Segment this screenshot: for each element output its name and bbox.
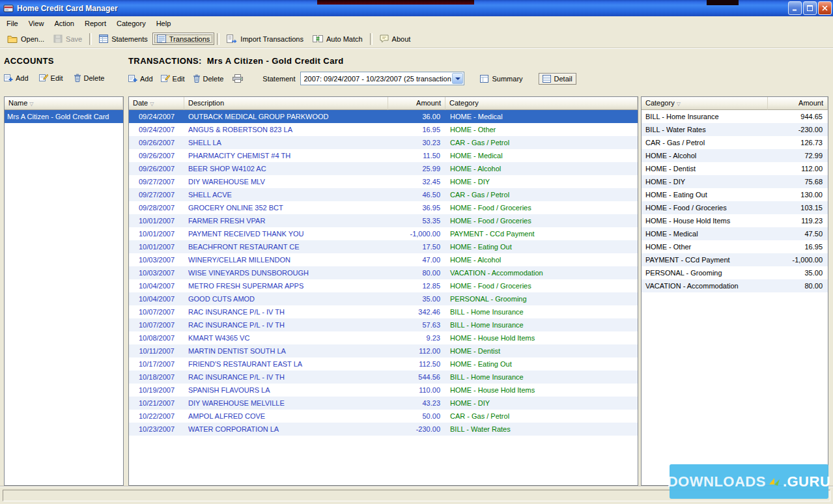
category-summary-row[interactable]: HOME - Alcohol 72.99 [642, 149, 828, 162]
delete-trash-icon [193, 74, 201, 83]
accounts-edit-button[interactable]: Edit [39, 74, 63, 82]
detail-icon [543, 75, 551, 83]
minimize-button[interactable] [788, 1, 802, 15]
window-title: Home Credit Card Manager [17, 4, 118, 13]
background-artifact [707, 0, 739, 5]
transaction-row[interactable]: 10/04/2007 METRO FRESH SUPERMAR APPS 12.… [129, 279, 638, 292]
transaction-row[interactable]: 09/26/2007 SHELL LA 30.23 CAR - Gas / Pe… [129, 136, 638, 149]
transaction-row[interactable]: 10/23/2007 WATER CORPORATION LA -230.00 … [129, 423, 638, 436]
accounts-title: ACCOUNTS [4, 56, 124, 66]
category-summary-row[interactable]: HOME - DIY 75.68 [642, 175, 828, 188]
transaction-row[interactable]: 09/27/2007 SHELL ACVE 46.50 CAR - Gas / … [129, 188, 638, 201]
maximize-button[interactable] [803, 1, 817, 15]
transaction-row[interactable]: 10/01/2007 FARMER FRESH VPAR 53.35 HOME … [129, 214, 638, 227]
toolbar-separator [370, 33, 373, 45]
transaction-row[interactable]: 10/07/2007 RAC INSURANCE P/L - IV TH 57.… [129, 318, 638, 331]
transaction-row[interactable]: 09/28/2007 GROCERY ONLINE 352 BCT 36.95 … [129, 201, 638, 214]
transaction-add-button[interactable]: Add [128, 74, 153, 83]
transaction-row[interactable]: 10/01/2007 PAYMENT RECEIVED THANK YOU -1… [129, 227, 638, 240]
transaction-row[interactable]: 09/24/2007 ANGUS & ROBERTSON 823 LA 16.9… [129, 123, 638, 136]
category-summary-rows: BILL - Home Insurance 944.65 BILL - Wate… [642, 110, 828, 485]
menu-item[interactable]: Report [79, 18, 111, 29]
downloads-guru-logo-icon [768, 476, 781, 488]
sort-indicator-icon: ▽ [150, 101, 154, 107]
transaction-row[interactable]: 10/21/2007 DIY WAREHOUSE MELVILLE 43.23 … [129, 397, 638, 410]
column-header-name[interactable]: Name▽ [5, 97, 123, 110]
statement-dropdown-value: 2007: 09/24/2007 - 10/23/2007 (25 transa… [301, 75, 451, 83]
column-header-category[interactable]: Category▽ [642, 97, 768, 110]
transaction-row[interactable]: 10/17/2007 FRIEND'S RESTAURANT EAST LA 1… [129, 357, 638, 371]
transaction-row[interactable]: 10/04/2007 GOOD CUTS AMOD 35.00 PERSONAL… [129, 292, 638, 305]
transaction-row[interactable]: 10/03/2007 WISE VINEYARDS DUNSBOROUGH 80… [129, 266, 638, 279]
transactions-table: Date▽ Description Amount Category 09/24/… [128, 96, 638, 486]
transaction-delete-button[interactable]: Delete [193, 74, 224, 83]
transaction-row[interactable]: 10/01/2007 BEACHFRONT RESTAURANT CE 17.5… [129, 240, 638, 253]
account-row[interactable]: Mrs A Citizen - Gold Credit Card [5, 110, 123, 123]
print-button[interactable] [233, 74, 243, 83]
transaction-row[interactable]: 09/26/2007 PHARMACITY CHEMIST #4 TH 11.5… [129, 149, 638, 162]
downloads-guru-watermark[interactable]: DOWNLOADS .GURU [670, 464, 828, 499]
transaction-row[interactable]: 10/18/2007 RAC INSURANCE P/L - IV TH 544… [129, 371, 638, 384]
close-button[interactable] [818, 1, 832, 15]
transactions-rows: 09/24/2007 OUTBACK MEDICAL GROUP PARKWOO… [129, 110, 638, 485]
transactions-title: TRANSACTIONS: Mrs A Citizen - Gold Credi… [128, 56, 638, 66]
category-summary-row[interactable]: PERSONAL - Grooming 35.00 [642, 266, 828, 279]
transaction-row[interactable]: 09/24/2007 OUTBACK MEDICAL GROUP PARKWOO… [129, 110, 638, 123]
category-summary-table: Category▽ Amount BILL - Home Insurance 9… [641, 96, 828, 486]
statement-dropdown[interactable]: 2007: 09/24/2007 - 10/23/2007 (25 transa… [300, 72, 464, 85]
watermark-text-left: DOWNLOADS [668, 473, 766, 490]
accounts-delete-button[interactable]: Delete [74, 74, 105, 82]
delete-trash-icon [74, 74, 81, 82]
transaction-row[interactable]: 10/07/2007 RAC INSURANCE P/L - IV TH 342… [129, 305, 638, 318]
transactions-panel: TRANSACTIONS: Mrs A Citizen - Gold Credi… [128, 54, 638, 486]
printer-icon [233, 74, 243, 83]
column-header-amount[interactable]: Amount [388, 97, 445, 110]
auto-match-icon [313, 35, 323, 43]
menu-item[interactable]: File [1, 18, 23, 29]
menu-item[interactable]: View [23, 18, 49, 29]
category-summary-row[interactable]: HOME - Dentist 112.00 [642, 162, 828, 175]
transaction-row[interactable]: 10/11/2007 MARTIN DENTIST SOUTH LA 112.0… [129, 344, 638, 357]
transaction-edit-button[interactable]: Edit [161, 74, 185, 83]
menu-bar: FileViewActionReportCategoryHelp [0, 16, 833, 30]
menu-item[interactable]: Action [49, 18, 79, 29]
category-summary-row[interactable]: VACATION - Accommodation 80.00 [642, 279, 828, 292]
category-summary-row[interactable]: HOME - Medical 47.50 [642, 227, 828, 240]
edit-pencil-icon [39, 74, 48, 82]
column-header-category[interactable]: Category [445, 97, 638, 110]
category-summary-row[interactable]: BILL - Water Rates -230.00 [642, 123, 828, 136]
import-icon [227, 35, 237, 43]
category-summary-row[interactable]: PAYMENT - CCd Payment -1,000.00 [642, 253, 828, 266]
column-header-description[interactable]: Description [184, 97, 388, 110]
transaction-row[interactable]: 10/03/2007 WINERY/CELLAR MILLENDON 47.00… [129, 253, 638, 266]
transactions-button[interactable]: Transactions [152, 33, 215, 45]
sort-indicator-icon: ▽ [677, 101, 681, 107]
transaction-row[interactable]: 10/19/2007 SPANISH FLAVOURS LA 110.00 HO… [129, 384, 638, 397]
chevron-down-icon[interactable] [452, 73, 463, 84]
column-header-date[interactable]: Date▽ [129, 97, 184, 110]
category-summary-row[interactable]: HOME - Other 16.95 [642, 240, 828, 253]
about-button[interactable]: About [375, 33, 416, 45]
save-button[interactable]: Save [49, 33, 87, 45]
column-header-amount[interactable]: Amount [768, 97, 828, 110]
import-transactions-button[interactable]: Import Transactions [222, 33, 308, 45]
summary-toggle[interactable]: Summary [476, 73, 526, 85]
statements-button[interactable]: Statements [94, 33, 152, 45]
transaction-row[interactable]: 10/08/2007 KMART W4365 VC 9.23 HOME - Ho… [129, 331, 638, 344]
category-summary-row[interactable]: HOME - House Hold Items 119.23 [642, 214, 828, 227]
category-summary-row[interactable]: HOME - Eating Out 130.00 [642, 188, 828, 201]
menu-item[interactable]: Category [111, 18, 151, 29]
category-summary-row[interactable]: HOME - Food / Groceries 103.15 [642, 201, 828, 214]
transaction-row[interactable]: 09/26/2007 BEER SHOP W4102 AC 25.99 HOME… [129, 162, 638, 175]
detail-toggle[interactable]: Detail [539, 73, 576, 85]
transaction-row[interactable]: 10/22/2007 AMPOL ALFRED COVE 50.00 CAR -… [129, 410, 638, 423]
transaction-row[interactable]: 09/27/2007 DIY WAREHOUSE MLV 32.45 HOME … [129, 175, 638, 188]
category-summary-row[interactable]: CAR - Gas / Petrol 126.73 [642, 136, 828, 149]
open-button[interactable]: Open... [3, 33, 49, 45]
category-summary-row[interactable]: BILL - Home Insurance 944.65 [642, 110, 828, 123]
accounts-add-button[interactable]: Add [4, 74, 29, 82]
titlebar[interactable]: Home Credit Card Manager [0, 0, 833, 16]
auto-match-button[interactable]: Auto Match [308, 33, 367, 45]
menu-item[interactable]: Help [151, 18, 176, 29]
accounts-rows: Mrs A Citizen - Gold Credit Card [5, 110, 123, 485]
